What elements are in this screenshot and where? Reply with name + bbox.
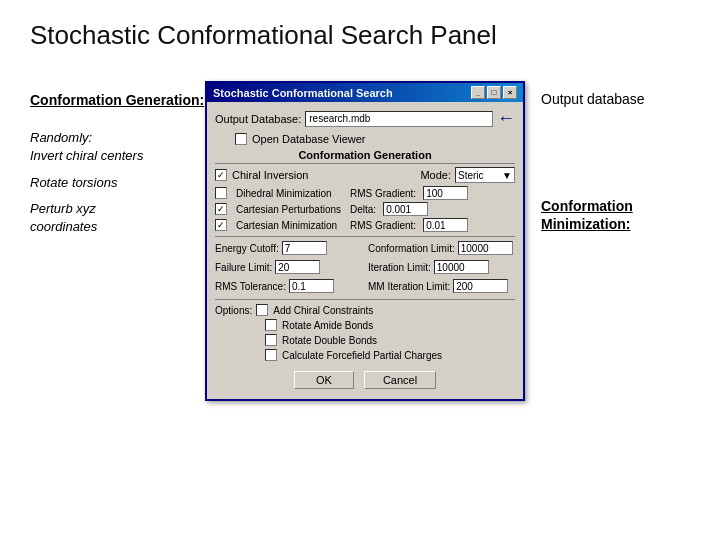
energy-cutoff-row: Energy Cutoff: [215, 241, 362, 255]
close-button[interactable]: × [503, 86, 517, 99]
chiral-inversion-label: Chiral Inversion [232, 169, 308, 181]
cartesian-min-row: Cartesian Minimization RMS Gradient: [215, 218, 515, 232]
conf-limit-row: Conformation Limit: [368, 241, 515, 255]
conf-limit-input[interactable] [458, 241, 513, 255]
mode-dropdown[interactable]: Steric ▼ [455, 167, 515, 183]
main-layout: Conformation Generation: Randomly: Inver… [30, 81, 690, 401]
right-labels: Output database Conformation Minimizatio… [541, 81, 645, 233]
open-db-viewer-label: Open Database Viewer [252, 133, 366, 145]
dialog-window: Stochastic Conformational Search _ □ × O… [205, 81, 525, 401]
mm-iteration-input[interactable] [453, 279, 508, 293]
cartesian-min-checkbox[interactable] [215, 219, 227, 231]
dihedral-checkbox[interactable] [215, 187, 227, 199]
ok-button[interactable]: OK [294, 371, 354, 389]
rotate-double-label: Rotate Double Bonds [282, 335, 377, 346]
cartesian-min-label: Cartesian Minimization [236, 220, 346, 231]
open-db-viewer-row: Open Database Viewer [235, 133, 515, 145]
options-section: Options: Add Chiral Constraints Rotate A… [215, 304, 515, 361]
delta-label: Delta: [350, 204, 376, 215]
limits-grid: Energy Cutoff: Conformation Limit: Failu… [215, 241, 515, 295]
conformation-minimization-group: Conformation Minimization: [541, 197, 645, 233]
rms-tolerance-label: RMS Tolerance: [215, 281, 286, 292]
dialog-body: Output Database: ← Open Database Viewer … [207, 102, 523, 399]
calc-forcefield-checkbox[interactable] [265, 349, 277, 361]
cartesian-perturb-label: Cartesian Perturbations [236, 204, 346, 215]
add-chiral-checkbox[interactable] [256, 304, 268, 316]
invert-chiral-label: Invert chiral centers [30, 147, 205, 165]
page-container: Stochastic Conformational Search Panel C… [0, 0, 720, 540]
options-header: Options: Add Chiral Constraints [215, 304, 515, 316]
rotate-torsions-group: Rotate torsions [30, 174, 205, 192]
rms-input[interactable] [423, 186, 468, 200]
minimize-button[interactable]: _ [471, 86, 485, 99]
output-database-row: Output Database: ← [215, 108, 515, 129]
iteration-limit-row: Iteration Limit: [368, 260, 515, 274]
conf-limit-label: Conformation Limit: [368, 243, 455, 254]
open-db-viewer-checkbox[interactable] [235, 133, 247, 145]
conformation-generation-group: Conformation Generation: [30, 91, 205, 109]
chiral-inversion-checkbox[interactable] [215, 169, 227, 181]
left-labels: Conformation Generation: Randomly: Inver… [30, 81, 205, 250]
rotate-amide-label: Rotate Amide Bonds [282, 320, 373, 331]
rms2-label: RMS Gradient: [350, 220, 416, 231]
coordinates-label: coordinates [30, 218, 205, 236]
conformation-min-label1: Conformation [541, 197, 645, 215]
add-chiral-label: Add Chiral Constraints [273, 305, 373, 316]
dihedral-label: Dihedral Minimization [236, 188, 346, 199]
maximize-button[interactable]: □ [487, 86, 501, 99]
rms-tolerance-input[interactable] [289, 279, 334, 293]
rms-label: RMS Gradient: [350, 188, 416, 199]
delta-input[interactable] [383, 202, 428, 216]
rotate-amide-checkbox[interactable] [265, 319, 277, 331]
page-title: Stochastic Conformational Search Panel [30, 20, 690, 51]
param-rows: Dihedral Minimization RMS Gradient: Cart… [215, 186, 515, 232]
conformation-min-label2: Minimization: [541, 215, 645, 233]
perturb-xyz-group: Perturb xyz coordinates [30, 200, 205, 236]
mm-iteration-row: MM Iteration Limit: [368, 279, 515, 293]
chiral-inversion-row: Chiral Inversion Mode: Steric ▼ [215, 167, 515, 183]
dropdown-arrow: ▼ [502, 170, 512, 181]
iteration-limit-input[interactable] [434, 260, 489, 274]
dialog-titlebar: Stochastic Conformational Search _ □ × [207, 83, 523, 102]
output-database-right-label: Output database [541, 91, 645, 107]
conformation-generation-label: Conformation Generation: [30, 91, 205, 109]
rotate-torsions-label: Rotate torsions [30, 174, 205, 192]
dihedral-row: Dihedral Minimization RMS Gradient: [215, 186, 515, 200]
perturb-xyz-label: Perturb xyz [30, 200, 205, 218]
output-db-label: Output Database: [215, 113, 301, 125]
energy-cutoff-label: Energy Cutoff: [215, 243, 279, 254]
cartesian-perturb-row: Cartesian Perturbations Delta: [215, 202, 515, 216]
conformation-generation-section: Conformation Generation [215, 149, 515, 164]
mode-value: Steric [458, 170, 484, 181]
randomly-group: Randomly: Invert chiral centers [30, 129, 205, 165]
rotate-double-checkbox[interactable] [265, 334, 277, 346]
rotate-amide-row: Rotate Amide Bonds [265, 319, 515, 331]
failure-limit-label: Failure Limit: [215, 262, 272, 273]
button-row: OK Cancel [215, 367, 515, 393]
failure-limit-input[interactable] [275, 260, 320, 274]
calc-forcefield-label: Calculate Forcefield Partial Charges [282, 350, 442, 361]
energy-cutoff-input[interactable] [282, 241, 327, 255]
mm-iteration-label: MM Iteration Limit: [368, 281, 450, 292]
calc-forcefield-row: Calculate Forcefield Partial Charges [265, 349, 515, 361]
rms2-input[interactable] [423, 218, 468, 232]
dialog-title: Stochastic Conformational Search [213, 87, 393, 99]
rms-tolerance-row: RMS Tolerance: [215, 279, 362, 293]
iteration-limit-label: Iteration Limit: [368, 262, 431, 273]
output-db-input[interactable] [305, 111, 493, 127]
arrow-icon: ← [497, 108, 515, 129]
failure-limit-row: Failure Limit: [215, 260, 362, 274]
cartesian-perturb-checkbox[interactable] [215, 203, 227, 215]
mode-label: Mode: [420, 169, 451, 181]
cancel-button[interactable]: Cancel [364, 371, 436, 389]
options-label: Options: [215, 305, 252, 316]
rotate-double-row: Rotate Double Bonds [265, 334, 515, 346]
titlebar-buttons: _ □ × [471, 86, 517, 99]
randomly-label: Randomly: [30, 129, 205, 147]
